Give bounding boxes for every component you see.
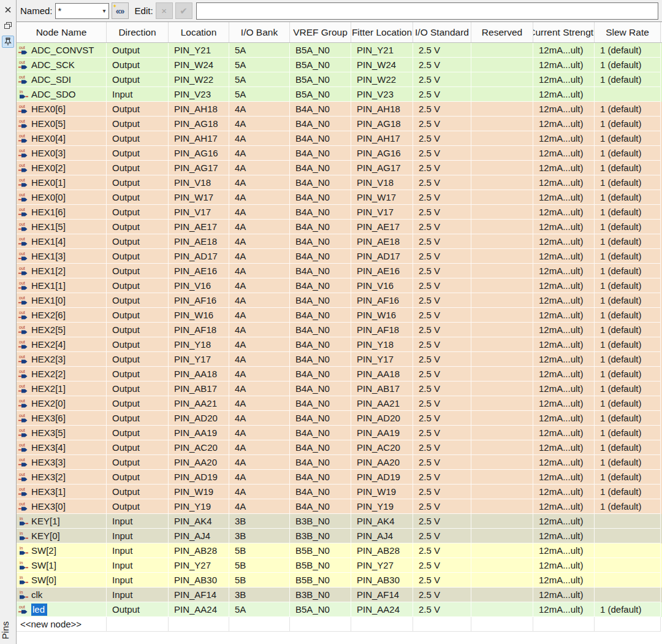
cell-direction[interactable]: Input bbox=[107, 543, 169, 558]
cell-fitter[interactable]: PIN_Y27 bbox=[351, 558, 413, 573]
cell-location[interactable]: PIN_AC20 bbox=[169, 440, 229, 455]
cell-vref[interactable]: B4A_N0 bbox=[290, 323, 351, 337]
cell-standard[interactable]: 2.5 V bbox=[413, 455, 471, 470]
cell-fitter[interactable]: PIN_AB30 bbox=[351, 573, 413, 588]
edit-accept-button[interactable]: ✔ bbox=[175, 2, 192, 19]
cell-vref[interactable]: B4A_N0 bbox=[290, 440, 351, 455]
cell-current[interactable]: 12mA...ult) bbox=[533, 146, 595, 161]
cell-current[interactable]: 12mA...ult) bbox=[533, 337, 595, 352]
cell-location[interactable]: PIN_AE17 bbox=[169, 220, 229, 234]
cell-fitter[interactable]: PIN_W19 bbox=[351, 485, 413, 499]
cell-reserved[interactable] bbox=[471, 146, 533, 161]
cell-fitter[interactable]: PIN_Y21 bbox=[351, 43, 413, 58]
cell-slew[interactable]: 1 (default) bbox=[595, 43, 661, 58]
cell-reserved[interactable] bbox=[471, 264, 533, 278]
cell-bank[interactable]: 4A bbox=[229, 205, 290, 220]
cell-bank[interactable]: 4A bbox=[229, 220, 290, 234]
cell-slew[interactable]: 1 (default) bbox=[595, 249, 661, 264]
cell-standard[interactable]: 2.5 V bbox=[413, 470, 471, 485]
cell-bank[interactable]: 4A bbox=[229, 249, 290, 264]
cell-slew[interactable]: 1 (default) bbox=[595, 381, 661, 396]
cell-fitter[interactable]: PIN_AG17 bbox=[351, 161, 413, 175]
cell-reserved[interactable] bbox=[471, 72, 533, 87]
cell-bank[interactable]: 4A bbox=[229, 278, 290, 293]
cell-current[interactable]: 12mA...ult) bbox=[533, 352, 595, 367]
cell-reserved[interactable] bbox=[471, 278, 533, 293]
cell-reserved[interactable] bbox=[471, 558, 533, 573]
cell-location[interactable]: PIN_AG18 bbox=[169, 117, 229, 131]
cell-reserved[interactable] bbox=[471, 102, 533, 117]
cell-fitter[interactable]: PIN_W17 bbox=[351, 190, 413, 205]
close-icon[interactable] bbox=[2, 4, 14, 16]
cell-vref[interactable]: B4A_N0 bbox=[290, 337, 351, 352]
cell-location[interactable]: PIN_Y21 bbox=[169, 43, 229, 58]
cell-slew[interactable] bbox=[595, 573, 661, 588]
cell-standard[interactable]: 2.5 V bbox=[413, 146, 471, 161]
cell-standard[interactable]: 2.5 V bbox=[413, 102, 471, 117]
cell-current[interactable] bbox=[533, 617, 595, 632]
cell-direction[interactable]: Output bbox=[107, 337, 169, 352]
cell-direction[interactable]: Output bbox=[107, 470, 169, 485]
cell-standard[interactable]: 2.5 V bbox=[413, 161, 471, 175]
cell-standard[interactable]: 2.5 V bbox=[413, 234, 471, 249]
cell-standard[interactable]: 2.5 V bbox=[413, 87, 471, 102]
cell-bank[interactable]: 4A bbox=[229, 175, 290, 190]
cell-slew[interactable]: 1 (default) bbox=[595, 499, 661, 514]
cell-slew[interactable]: 1 (default) bbox=[595, 352, 661, 367]
cell-standard[interactable]: 2.5 V bbox=[413, 485, 471, 499]
cell-location[interactable]: PIN_AD20 bbox=[169, 411, 229, 426]
cell-slew[interactable]: 1 (default) bbox=[595, 485, 661, 499]
cell-bank[interactable]: 4A bbox=[229, 367, 290, 381]
cell-current[interactable]: 12mA...ult) bbox=[533, 367, 595, 381]
cell-node-name[interactable]: outHEX2[4] bbox=[17, 337, 107, 352]
cell-bank[interactable] bbox=[229, 617, 290, 632]
cell-location[interactable]: PIN_AK4 bbox=[169, 514, 229, 529]
cell-fitter[interactable]: PIN_AH17 bbox=[351, 131, 413, 146]
cell-fitter[interactable]: PIN_AG18 bbox=[351, 117, 413, 131]
cell-node-name[interactable]: inSW[0] bbox=[17, 573, 107, 588]
cell-standard[interactable]: 2.5 V bbox=[413, 278, 471, 293]
cell-reserved[interactable] bbox=[471, 396, 533, 411]
cell-standard[interactable]: 2.5 V bbox=[413, 337, 471, 352]
cell-node-name[interactable]: outHEX1[4] bbox=[17, 234, 107, 249]
cell-location[interactable]: PIN_Y18 bbox=[169, 337, 229, 352]
cell-direction[interactable]: Output bbox=[107, 249, 169, 264]
cell-current[interactable]: 12mA...ult) bbox=[533, 543, 595, 558]
cell-location[interactable]: PIN_AF18 bbox=[169, 323, 229, 337]
cell-slew[interactable] bbox=[595, 588, 661, 602]
cell-reserved[interactable] bbox=[471, 411, 533, 426]
cell-vref[interactable]: B4A_N0 bbox=[290, 396, 351, 411]
cell-node-name[interactable]: outHEX2[2] bbox=[17, 367, 107, 381]
cell-current[interactable]: 12mA...ult) bbox=[533, 293, 595, 308]
cell-current[interactable]: 12mA...ult) bbox=[533, 117, 595, 131]
cell-reserved[interactable] bbox=[471, 617, 533, 632]
cell-slew[interactable]: 1 (default) bbox=[595, 175, 661, 190]
pin-icon[interactable] bbox=[2, 36, 14, 48]
cell-current[interactable]: 12mA...ult) bbox=[533, 190, 595, 205]
cell-node-name[interactable]: outHEX2[6] bbox=[17, 308, 107, 323]
cell-direction[interactable]: Output bbox=[107, 205, 169, 220]
cell-node-name[interactable]: outHEX1[6] bbox=[17, 205, 107, 220]
cell-node-name[interactable]: outHEX1[5] bbox=[17, 220, 107, 234]
cell-current[interactable]: 12mA...ult) bbox=[533, 573, 595, 588]
cell-location[interactable]: PIN_AA19 bbox=[169, 426, 229, 440]
cell-vref[interactable]: B3B_N0 bbox=[290, 588, 351, 602]
cell-node-name[interactable]: outADC_SCK bbox=[17, 58, 107, 72]
cell-direction[interactable]: Output bbox=[107, 278, 169, 293]
cell-node-name[interactable]: outHEX3[0] bbox=[17, 499, 107, 514]
column-header-vref-group[interactable]: VREF Group bbox=[290, 22, 351, 42]
cell-bank[interactable]: 4A bbox=[229, 352, 290, 367]
cell-bank[interactable]: 4A bbox=[229, 381, 290, 396]
cell-location[interactable]: PIN_V16 bbox=[169, 278, 229, 293]
cell-slew[interactable]: 1 (default) bbox=[595, 278, 661, 293]
cell-slew[interactable]: 1 (default) bbox=[595, 146, 661, 161]
cell-vref[interactable]: B4A_N0 bbox=[290, 117, 351, 131]
cell-node-name[interactable]: outHEX2[0] bbox=[17, 396, 107, 411]
cell-bank[interactable]: 5B bbox=[229, 543, 290, 558]
cell-slew[interactable]: 1 (default) bbox=[595, 131, 661, 146]
edit-value-field[interactable] bbox=[196, 2, 658, 20]
cell-standard[interactable]: 2.5 V bbox=[413, 205, 471, 220]
cell-reserved[interactable] bbox=[471, 573, 533, 588]
cell-fitter[interactable]: PIN_AA20 bbox=[351, 455, 413, 470]
cell-direction[interactable]: Input bbox=[107, 514, 169, 529]
